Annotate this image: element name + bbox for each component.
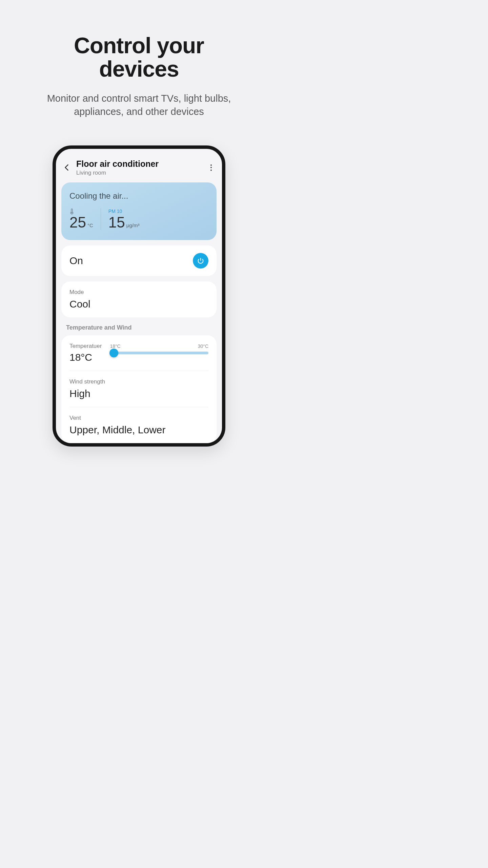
status-card: Cooling the air... 25 °C PM 10 15 μg/m³ xyxy=(61,182,217,240)
vent-value: Upper, Middle, Lower xyxy=(69,424,208,436)
temperature-slider[interactable]: 18°C 30°C xyxy=(110,343,208,354)
slider-min-label: 18°C xyxy=(110,343,120,349)
wind-row[interactable]: Wind strength High xyxy=(69,371,208,407)
phone-mockup: Floor air conditioner Living room Coolin… xyxy=(53,145,225,447)
thermometer-icon xyxy=(69,208,74,214)
power-card: On xyxy=(61,245,217,276)
temperature-label: Temperatuer xyxy=(69,343,102,350)
power-state: On xyxy=(69,255,83,267)
temperature-value: 18°C xyxy=(69,352,102,363)
hero-section: Control your devices Monitor and control… xyxy=(0,0,278,132)
vent-row[interactable]: Vent Upper, Middle, Lower xyxy=(69,407,208,443)
mode-label: Mode xyxy=(69,289,208,296)
power-icon xyxy=(197,257,204,264)
wind-value: High xyxy=(69,388,208,399)
page-title: Control your devices xyxy=(14,34,264,81)
more-icon[interactable] xyxy=(207,163,215,172)
device-location: Living room xyxy=(76,170,203,176)
status-text: Cooling the air... xyxy=(69,191,208,201)
mode-value: Cool xyxy=(69,298,208,310)
temp-wind-card: Temperatuer 18°C 18°C 30°C Wi xyxy=(61,335,217,443)
device-title: Floor air conditioner xyxy=(76,159,203,169)
pm-reading: PM 10 15 μg/m³ xyxy=(101,208,140,230)
back-icon[interactable] xyxy=(63,163,72,172)
vent-label: Vent xyxy=(69,415,208,421)
current-temperature: 25 °C xyxy=(69,208,101,230)
mode-card[interactable]: Mode Cool xyxy=(61,281,217,317)
wind-label: Wind strength xyxy=(69,378,208,385)
slider-thumb[interactable] xyxy=(109,349,118,357)
slider-max-label: 30°C xyxy=(198,343,208,349)
temperature-row: Temperatuer 18°C 18°C 30°C xyxy=(69,335,208,371)
device-header: Floor air conditioner Living room xyxy=(61,157,217,182)
svg-point-0 xyxy=(71,212,72,213)
section-label: Temperature and Wind xyxy=(61,323,217,335)
page-subtitle: Monitor and control smart TVs, light bul… xyxy=(14,92,264,118)
power-button[interactable] xyxy=(193,253,208,269)
